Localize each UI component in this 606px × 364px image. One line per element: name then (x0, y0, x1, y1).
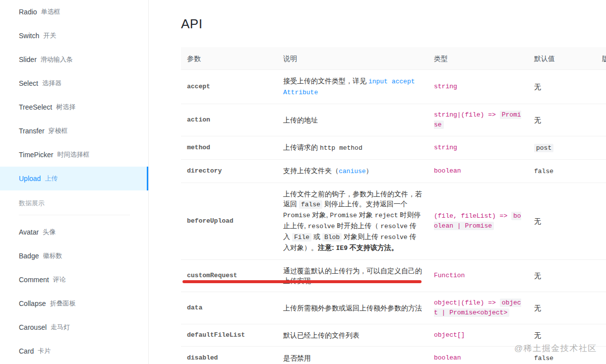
table-row-data: data上传所需额外参数或返回上传额外参数的方法object|(file) =>… (181, 292, 606, 324)
sidebar-item-select[interactable]: Select选择器 (0, 71, 148, 95)
type-cell: string|(file) => Promise (428, 104, 528, 136)
text-segment: 无 (534, 272, 541, 280)
sidebar-item-slider[interactable]: Slider滑动输入条 (0, 48, 148, 71)
text-segment: 注意: (318, 243, 336, 251)
sidebar-item-treeselect[interactable]: TreeSelect树选择 (0, 95, 148, 119)
sidebar-item-sublabel: 折叠面板 (50, 299, 75, 308)
default-value-cell: 无 (528, 183, 596, 260)
param-cell: disabled (181, 347, 277, 364)
code-chip: Blob (322, 233, 342, 242)
default-value-cell: 无 (528, 260, 596, 292)
table-header-row: 参数说明类型默认值版本 (181, 47, 606, 70)
type-cell: boolean (428, 347, 528, 364)
type-cell: boolean (428, 160, 528, 183)
sidebar-item-badge[interactable]: Badge徽标数 (0, 244, 148, 268)
sidebar-item-sublabel: 评论 (53, 275, 66, 284)
default-value-cell: 无 (528, 70, 596, 104)
sidebar-item-label: Carousel (19, 323, 47, 331)
code-chip: post (534, 144, 553, 152)
description-cell: 接受上传的文件类型，详见 input accept Attribute (277, 70, 428, 104)
text-segment: 时开始上传（ (335, 222, 380, 230)
text-segment: ） (366, 167, 373, 175)
text-segment: 默认已经上传的文件列表 (283, 331, 360, 339)
main-content: API 参数说明类型默认值版本 accept接受上传的文件类型，详见 input… (149, 0, 606, 364)
type-cell: object|(file) => object | Promise<object… (428, 292, 528, 324)
api-table: 参数说明类型默认值版本 accept接受上传的文件类型，详见 input acc… (181, 47, 606, 364)
text-segment: 不支持该方法。 (348, 243, 398, 251)
text-segment: string (434, 144, 457, 151)
param-cell: accept (181, 70, 277, 104)
type-cell: string (428, 70, 528, 104)
sidebar-item-card[interactable]: Card卡片 (0, 339, 148, 363)
text-segment: 通过覆盖默认的上传行为，可以自定义自己的上传实现 (283, 267, 422, 285)
sidebar-item-sublabel: 上传 (45, 174, 58, 183)
text-segment: 接受上传的文件类型，详见 (283, 77, 368, 85)
text-segment: object[] (434, 331, 465, 339)
table-row-action: action上传的地址string|(file) => Promise无 (181, 104, 606, 136)
default-value-cell: post (528, 136, 596, 160)
description-cell: 上传文件之前的钩子，参数为上传的文件，若返回 false 则停止上传。支持返回一… (277, 183, 428, 260)
column-header-2: 类型 (428, 47, 528, 70)
param-cell: defaultFileList (181, 324, 277, 347)
text-segment: Function (434, 272, 465, 279)
text-segment: boolean (434, 354, 461, 362)
sidebar-item-transfer[interactable]: Transfer穿梭框 (0, 119, 148, 143)
text-segment: 上传所需额外参数或返回上传额外参数的方法 (283, 304, 422, 312)
sidebar-item-comment[interactable]: Comment评论 (0, 268, 148, 292)
sidebar-item-sublabel: 卡片 (38, 347, 51, 356)
api-table-wrapper: 参数说明类型默认值版本 accept接受上传的文件类型，详见 input acc… (181, 47, 606, 364)
sidebar-item-label: Slider (19, 56, 37, 63)
text-segment: 是否禁用 (283, 354, 311, 362)
param-cell: customRequest (181, 260, 277, 292)
sidebar-item-sublabel: 穿梭框 (49, 126, 68, 135)
version-cell (596, 160, 606, 183)
default-value-cell: 无 (528, 104, 596, 136)
text-segment: 对象 (357, 211, 375, 219)
sidebar-item-sublabel: 滑动输入条 (41, 55, 73, 64)
sidebar-item-sublabel: 选择器 (42, 79, 61, 88)
table-row-accept: accept接受上传的文件类型，详见 input accept Attribut… (181, 70, 606, 104)
text-segment: 对象, (310, 211, 330, 219)
sidebar-item-timepicker[interactable]: TimePicker时间选择框 (0, 143, 148, 167)
sidebar-item-sublabel: 走马灯 (51, 323, 70, 332)
sidebar-menu-group: Avatar头像Badge徽标数Comment评论Collapse折叠面板Car… (0, 220, 148, 363)
type-cell: string (428, 136, 528, 160)
column-header-4: 版本 (596, 47, 606, 70)
sidebar-item-label: Select (19, 79, 38, 87)
sidebar: Radio单选框Switch开关Slider滑动输入条Select选择器Tree… (0, 0, 149, 364)
page-title: API (181, 16, 202, 32)
text-segment: 对象则上传 (342, 233, 380, 241)
type-cell: Function (428, 260, 528, 292)
sidebar-item-label: Avatar (19, 228, 39, 236)
sidebar-divider (19, 215, 130, 215)
text-segment: (file, fileList) => (434, 212, 511, 220)
sidebar-item-radio[interactable]: Radio单选框 (0, 0, 148, 24)
doc-link[interactable]: caniuse (339, 168, 366, 175)
sidebar-item-avatar[interactable]: Avatar头像 (0, 220, 148, 244)
sidebar-item-carousel[interactable]: Carousel走马灯 (0, 315, 148, 339)
type-cell: object[] (428, 324, 528, 347)
param-cell: action (181, 104, 277, 136)
sidebar-item-switch[interactable]: Switch开关 (0, 24, 148, 48)
default-value-cell: 无 (528, 292, 596, 324)
text-segment: resolve (380, 223, 408, 230)
sidebar-item-label: Card (19, 347, 34, 355)
description-cell: 上传请求的 http method (277, 136, 428, 160)
sidebar-item-sublabel: 头像 (43, 228, 56, 237)
text-segment: resolve (308, 223, 335, 230)
sidebar-item-label: TimePicker (19, 151, 54, 159)
text-segment: Promise (330, 212, 357, 219)
sidebar-menu: Radio单选框Switch开关Slider滑动输入条Select选择器Tree… (0, 0, 148, 190)
column-header-3: 默认值 (528, 47, 596, 70)
param-cell: data (181, 292, 277, 324)
sidebar-item-collapse[interactable]: Collapse折叠面板 (0, 292, 148, 315)
sidebar-item-upload[interactable]: Upload上传 (0, 167, 148, 190)
param-cell: method (181, 136, 277, 160)
sidebar-item-label: Badge (19, 252, 39, 260)
text-segment: reject (375, 212, 398, 219)
sidebar-item-label: Collapse (19, 300, 46, 307)
table-row-directory: directory支持上传文件夹（caniuse）booleanfalse (181, 160, 606, 183)
table-row-disabled: disabled是否禁用booleanfalse (181, 347, 606, 364)
text-segment: http method (320, 144, 363, 152)
text-segment: Promise (283, 212, 310, 219)
